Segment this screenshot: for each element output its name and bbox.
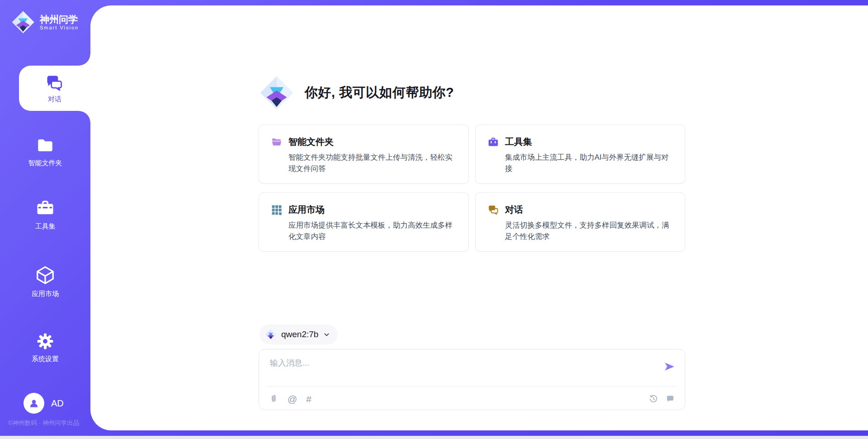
- folder-icon: [36, 136, 55, 155]
- person-icon: [28, 397, 40, 410]
- send-icon[interactable]: [663, 360, 676, 373]
- card-title: 应用市场: [288, 204, 325, 216]
- main-panel: 你好, 我可以如何帮助你? 智能文件夹 智能文件夹功能支持批量文件上: [90, 5, 868, 430]
- sidebar-item-label: 应用市场: [32, 290, 59, 298]
- toolbox-icon: [36, 199, 55, 218]
- model-selector[interactable]: qwen2:7b: [259, 324, 338, 344]
- card-title: 对话: [505, 204, 523, 216]
- card-title: 智能文件夹: [288, 136, 334, 148]
- card-description: 应用市场提供丰富长文本模板，助力高效生成多样化文章内容: [288, 220, 457, 242]
- sidebar-item-settings[interactable]: 系统设置: [0, 332, 90, 363]
- diamond-logo-icon: [259, 75, 295, 111]
- card-title: 工具集: [505, 136, 532, 148]
- tab-fillet-top: [79, 54, 90, 66]
- tab-fillet-bottom: [79, 111, 90, 123]
- chevron-down-icon: [323, 331, 330, 339]
- sidebar-item-toolset[interactable]: 工具集: [0, 199, 90, 231]
- sidebar-item-app-market[interactable]: 应用市场: [0, 265, 90, 298]
- avatar: [24, 393, 44, 414]
- paperclip-icon[interactable]: [269, 394, 278, 404]
- diamond-logo-icon: [265, 329, 277, 340]
- bottom-edge-strip: [0, 436, 868, 439]
- card-description: 集成市场上主流工具，助力AI与外界无缝扩展与对接: [505, 152, 673, 174]
- copyright-footer: ©神州数码 · 神州问学出品: [8, 419, 79, 427]
- model-name: qwen2:7b: [281, 329, 318, 339]
- sidebar-item-chat[interactable]: 对话: [19, 66, 90, 111]
- brand-logo: 神州问学 Smart Vision: [11, 10, 79, 34]
- card-toolset[interactable]: 工具集 集成市场上主流工具，助力AI与外界无缝扩展与对接: [475, 124, 685, 184]
- user-initials: AD: [51, 398, 64, 409]
- card-smart-folder[interactable]: 智能文件夹 智能文件夹功能支持批量文件上传与清洗，轻松实现文件问答: [259, 124, 469, 184]
- feature-cards: 智能文件夹 智能文件夹功能支持批量文件上传与清洗，轻松实现文件问答: [259, 124, 685, 252]
- card-chat[interactable]: 对话 灵活切换多模型文件，支持多样回复效果调试，满足个性化需求: [475, 192, 685, 252]
- sidebar-item-label: 对话: [48, 95, 61, 104]
- grid-icon: [271, 204, 283, 216]
- cube-icon: [35, 265, 56, 286]
- diamond-logo-icon: [11, 10, 35, 34]
- gear-icon: [36, 332, 55, 351]
- toolbox-icon: [487, 136, 499, 148]
- chat-icon: [45, 73, 65, 93]
- card-app-market[interactable]: 应用市场 应用市场提供丰富长文本模板，助力高效生成多样化文章内容: [259, 192, 469, 252]
- card-description: 灵活切换多模型文件，支持多样回复效果调试，满足个性化需求: [505, 220, 673, 242]
- app-window: 神州问学 Smart Vision 对话 智能文件夹: [0, 0, 868, 439]
- brand-name: 神州问学: [40, 14, 79, 25]
- message-input[interactable]: [269, 357, 642, 385]
- history-icon[interactable]: [649, 394, 658, 404]
- sidebar-item-label: 智能文件夹: [28, 159, 62, 167]
- sidebar-item-label: 工具集: [35, 222, 56, 231]
- message-composer: @ #: [259, 349, 685, 410]
- hash-icon[interactable]: #: [306, 394, 311, 404]
- greeting-block: 你好, 我可以如何帮助你?: [259, 75, 454, 111]
- brand-subtitle: Smart Vision: [40, 25, 79, 31]
- folder-open-icon: [271, 136, 283, 148]
- card-description: 智能文件夹功能支持批量文件上传与清洗，轻松实现文件问答: [288, 152, 457, 174]
- chat-icon: [487, 204, 499, 216]
- chat-bubble-icon[interactable]: [665, 394, 675, 404]
- user-profile[interactable]: AD: [24, 393, 64, 414]
- sidebar-item-smart-folder[interactable]: 智能文件夹: [0, 136, 90, 167]
- greeting-title: 你好, 我可以如何帮助你?: [305, 84, 454, 102]
- at-icon[interactable]: @: [288, 394, 297, 404]
- sidebar-item-label: 系统设置: [32, 355, 59, 363]
